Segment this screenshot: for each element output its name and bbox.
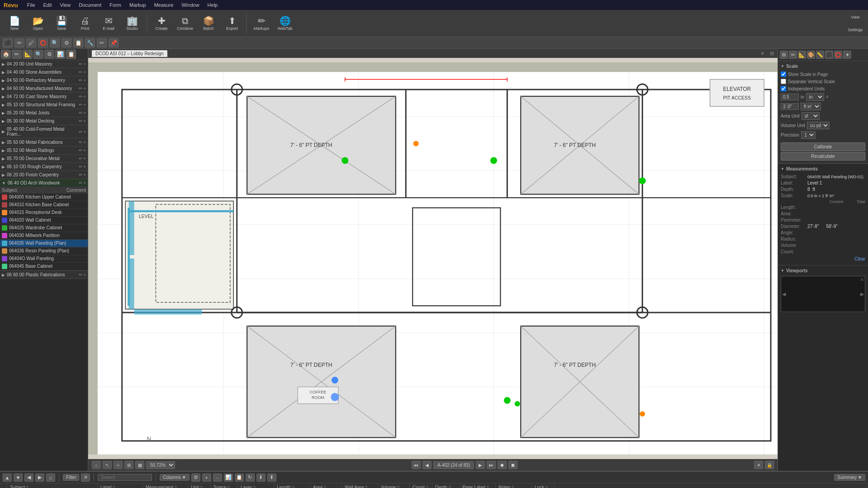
th-length[interactable]: Length ⇅ (274, 483, 310, 488)
nav-lock[interactable]: 🔒 (765, 461, 774, 469)
bt-col-add[interactable]: + (202, 474, 211, 482)
tb2-btn-2[interactable]: ✏ (14, 38, 24, 47)
nav-arrow[interactable]: ↖ (103, 461, 112, 469)
independent-units-checkbox[interactable] (781, 86, 786, 91)
bt-down[interactable]: ▼ (14, 474, 23, 482)
tree-icon-edit-8[interactable]: ✏ (79, 118, 82, 123)
tree-icon-add-2[interactable]: + (83, 70, 86, 75)
right-icon-6[interactable]: ⬛ (825, 51, 833, 59)
th-lock[interactable]: Lock ⇅ (532, 483, 555, 488)
store-scale-checkbox[interactable] (781, 71, 786, 77)
th-notes[interactable]: Notes ⇅ (496, 483, 532, 488)
zoom-selector[interactable]: 50.72% 25% 50% 75% 100% (146, 461, 175, 469)
separate-vertical-checkbox[interactable] (781, 79, 786, 84)
tree-icon-edit-16[interactable]: ✏ (79, 272, 82, 277)
menu-measure[interactable]: Measure (151, 1, 177, 9)
create-button[interactable]: ✚ Create (151, 12, 172, 35)
nav-brightness[interactable]: ☀ (754, 461, 763, 469)
bt-filter-clear[interactable]: ✕ (81, 474, 90, 482)
nav-first-page[interactable]: ⏮ (412, 461, 421, 469)
tree-icon-add-12[interactable]: + (83, 156, 86, 161)
left-tool-1[interactable]: 🏠 (1, 50, 11, 59)
tree-header-04-20[interactable]: ▶ 04 20 00 Unit Masonry ✏+ (0, 60, 88, 68)
bt-col-3[interactable]: 📊 (224, 474, 233, 482)
canvas-expand-icon[interactable]: ⊞ (770, 51, 774, 57)
tree-icon-add-15[interactable]: + (83, 180, 86, 185)
right-icon-7[interactable]: ⭕ (834, 51, 842, 59)
scale-ft-unit-select[interactable]: ft in'ftin (801, 103, 821, 110)
tree-header-05-20[interactable]: ▶ 05 20 00 Metal Joists ✏+ (0, 109, 88, 117)
columns-button[interactable]: Columns ▼ (160, 474, 189, 481)
menu-edit[interactable]: Edit (40, 1, 56, 9)
nav-last-page[interactable]: ⏭ (487, 461, 496, 469)
tree-header-05-10[interactable]: ▶ 05 10 00 Structural Metal Framing ✏+ (0, 101, 88, 109)
left-tool-3[interactable]: 📐 (23, 50, 33, 59)
menu-form[interactable]: Form (106, 1, 125, 9)
tree-icon-add[interactable]: + (83, 62, 86, 66)
nav-next-page[interactable]: ▶ (476, 461, 485, 469)
tb2-btn-6[interactable]: ⚙ (62, 38, 71, 47)
th-area[interactable]: Area ⇅ (310, 483, 342, 488)
save-button[interactable]: 💾 Save (51, 12, 72, 35)
volume-unit-select[interactable]: cu ydcu ft (807, 122, 830, 129)
tb2-btn-5[interactable]: 🔍 (50, 38, 60, 47)
tree-icon-edit[interactable]: ✏ (79, 62, 82, 66)
tree-header-06-40[interactable]: ▼ 06 40 OD Arch Woodwork ✏+ (0, 179, 88, 187)
subject-064035[interactable]: 064035 Wall Paneling (Plan) (0, 240, 88, 247)
bt-col-del[interactable]: - (213, 474, 222, 482)
clear-button[interactable]: Clear (781, 256, 865, 262)
menu-view[interactable]: View (57, 1, 75, 9)
nav-record[interactable]: ⏺ (498, 461, 507, 469)
tree-icon-add-11[interactable]: + (83, 148, 86, 153)
th-depth[interactable]: Depth ⇅ (432, 483, 460, 488)
tree-icon-add-10[interactable]: + (83, 140, 86, 145)
bt-col-settings[interactable]: ⚙ (191, 474, 200, 482)
subject-064005[interactable]: 064005 Kitchen Upper Cabinet (0, 194, 88, 201)
settings-button[interactable]: Settings (846, 24, 864, 36)
th-subject[interactable]: Subject ⇅ (7, 483, 98, 488)
bt-right[interactable]: ▶ (35, 474, 44, 482)
tb2-btn-10[interactable]: 📌 (109, 38, 119, 47)
canvas-tab[interactable]: DCOD ASI 012 – Lobby Redesign (92, 50, 167, 57)
tree-header-05-52[interactable]: ▶ 05 52 00 Metal Railings ✏+ (0, 147, 88, 154)
tree-header-05-70[interactable]: ▶ 05 70 00 Decorative Metal ✏+ (0, 155, 88, 162)
viewport-prev[interactable]: ◀ (782, 291, 786, 297)
tree-icon-add-7[interactable]: + (83, 110, 86, 115)
print-button[interactable]: 🖨 Print (74, 12, 96, 35)
bt-left[interactable]: ◀ (24, 474, 33, 482)
tree-icon-add-13[interactable]: + (83, 164, 86, 169)
left-tool-5[interactable]: ⚙ (44, 50, 54, 59)
tree-icon-add-4[interactable]: + (83, 86, 86, 91)
subject-064045[interactable]: 064045 Base Cabinet (0, 263, 88, 270)
tree-icon-edit-7[interactable]: ✏ (79, 110, 82, 115)
tb2-btn-3[interactable]: 🖊 (26, 38, 36, 47)
canvas-close-icon[interactable]: ✕ (760, 51, 764, 57)
tree-icon-edit-10[interactable]: ✏ (79, 140, 82, 145)
tree-icon-edit-4[interactable]: ✏ (79, 86, 82, 91)
right-icon-8[interactable]: ✦ (843, 51, 851, 59)
th-unit[interactable]: Unit ⇅ (188, 483, 211, 488)
bt-col-7[interactable]: ⬆ (267, 474, 276, 482)
nav-table[interactable]: ▦ (135, 461, 144, 469)
viewport-next[interactable]: ▶ (860, 291, 864, 297)
summary-button[interactable]: Summary ▼ (834, 474, 865, 481)
tree-header-05-30[interactable]: ▶ 05 30 00 Metal Decking ✏+ (0, 117, 88, 125)
tree-icon-add-5[interactable]: + (83, 94, 86, 99)
tree-icon-edit-9[interactable]: ✏ (79, 129, 82, 134)
th-label[interactable]: Label ⇅ (98, 483, 143, 488)
right-icon-2[interactable]: ✏ (789, 51, 797, 59)
bt-up[interactable]: ▲ (3, 474, 12, 482)
th-page-label[interactable]: Page Label ⇅ (460, 483, 496, 488)
nav-home[interactable]: ⌂ (92, 461, 101, 469)
nav-grid[interactable]: ⊞ (124, 461, 133, 469)
right-icon-5[interactable]: 📏 (816, 51, 824, 59)
filter-button[interactable]: Filter (63, 474, 79, 481)
right-icon-4[interactable]: 🎨 (807, 51, 815, 59)
combine-button[interactable]: ⧉ Combine (174, 12, 196, 35)
tree-header-04-50[interactable]: ▶ 04 50 00 Refractory Masonry ✏+ (0, 76, 88, 84)
tree-icon-add-16[interactable]: + (83, 272, 86, 277)
tree-icon-edit-13[interactable]: ✏ (79, 164, 82, 169)
tree-icon-edit-6[interactable]: ✏ (79, 102, 82, 107)
tree-icon-edit-14[interactable]: ✏ (79, 172, 82, 177)
studio-button[interactable]: 🏢 Studio (121, 12, 143, 35)
